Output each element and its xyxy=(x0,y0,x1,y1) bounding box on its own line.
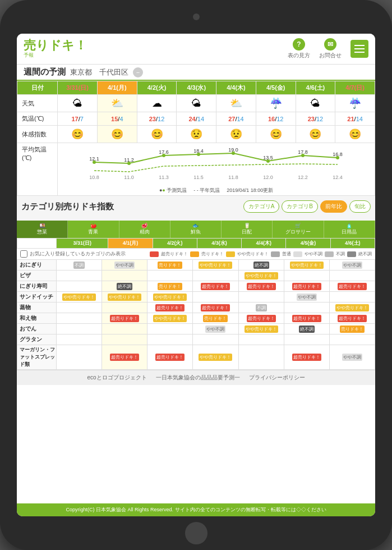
collapse-icon[interactable]: − xyxy=(133,67,143,77)
cell-onigiri-1: やや不調 xyxy=(102,260,147,271)
date-col-7: 4/7(日) xyxy=(335,81,375,95)
cell-oden-0 xyxy=(57,324,102,334)
cell-gratin-6 xyxy=(329,334,375,345)
breadcrumb-bar: 週間の予測 東京都 千代田区 − xyxy=(17,65,375,81)
date-col-4: 4/4(木) xyxy=(216,81,256,95)
tablet-home-button[interactable] xyxy=(185,522,207,544)
cat-tab-nippai[interactable]: 🥛日配 xyxy=(222,221,273,238)
weather-7: ☔ xyxy=(335,95,375,112)
feel-row: 体感指数 😊 😊 😊 😟 😟 😊 😊 😊 xyxy=(17,126,375,143)
feel-2: 😊 xyxy=(137,126,177,143)
item-label-mushimono: 蒸物 xyxy=(17,302,57,313)
cell-sandwich-6 xyxy=(329,292,375,302)
cell-gratin-1 xyxy=(102,334,147,345)
feel-1: 😊 xyxy=(97,126,137,143)
cat-tab-seuniku[interactable]: 🥩精肉 xyxy=(119,221,170,238)
date-col-5: 4/5(金) xyxy=(256,81,296,95)
footer-link-eco[interactable]: ecoとロゴプロジェクト xyxy=(87,374,146,382)
cell-nigiri-1: 絶不調 xyxy=(102,281,147,292)
svg-text:10.8: 10.8 xyxy=(89,175,99,180)
cell-margarine-6: やや不調 xyxy=(329,345,375,370)
cat-tab-grocery[interactable]: 🛒グロサリー xyxy=(273,221,324,238)
cell-margarine-1: 超売りドキ！ xyxy=(102,345,147,370)
main-content[interactable]: 日付 3/31(日) 4/1(月) 4/2(火) 4/3(水) 4/4(木) 4… xyxy=(17,81,375,503)
item-label-sandwich: サンドイッチ xyxy=(17,292,57,302)
cell-oden-4: やや売りドキ！ xyxy=(238,324,284,334)
cell-mushimono-0 xyxy=(57,302,102,313)
header: 売りドキ！ 予報 ? 表の見方 ✉ お問合せ xyxy=(17,34,375,65)
cell-pizza-0 xyxy=(57,271,102,281)
cell-mushimono-2: 超売りドキ！ xyxy=(147,302,193,313)
svg-text:17.6: 17.6 xyxy=(159,149,169,155)
help-icon: ? xyxy=(293,38,305,51)
cell-onigiri-3: やや売りドキ！ xyxy=(193,260,238,271)
cell-onigiri-2: 売りドキ！ xyxy=(147,260,193,271)
feel-5: 😊 xyxy=(256,126,296,143)
cat-btn-b[interactable]: カテゴリB xyxy=(282,200,318,213)
date-col-3: 4/3(水) xyxy=(177,81,216,95)
cell-nigiri-3: 超売りドキ！ xyxy=(193,281,238,292)
cell-gratin-0 xyxy=(57,334,102,345)
forecast-header-row: 日付 3/31(日) 4/1(月) 4/2(火) 4/3(水) 4/4(木) 4… xyxy=(17,81,375,95)
cell-aemono-4: 超売りドキ！ xyxy=(238,313,284,324)
category-section: カテゴリ別売りドキ指数 カテゴリA カテゴリB 前年比 旬比 xyxy=(17,196,375,221)
date-col-2: 4/2(火) xyxy=(137,81,177,95)
cat-btn-prev[interactable]: 前年比 xyxy=(320,200,347,213)
svg-text:11.5: 11.5 xyxy=(193,175,204,180)
cell-mushimono-4: 不調 xyxy=(238,302,284,313)
cell-margarine-3: やや売りドキ！ xyxy=(193,345,238,370)
weather-1: ⛅ xyxy=(97,95,137,112)
cell-margarine-5: 超売りドキ！ xyxy=(284,345,329,370)
temp-7: 21/14 xyxy=(335,112,375,126)
cell-gratin-5 xyxy=(284,334,329,345)
cat-btn-a[interactable]: カテゴリA xyxy=(243,200,280,213)
sell-table-wrap: 3/31(日) 4/1(月) 4/2(火) 4/3(水) 4/4(木) 4/5(… xyxy=(17,238,375,370)
legend-forecast: ●● 予測気温 xyxy=(159,187,187,194)
date-col-1: 4/1(月) xyxy=(97,81,137,95)
sell-row-onigiri: おにぎり 不調 やや不調 売りドキ！ やや売りドキ！ 絶不調 やや売りドキ！ や… xyxy=(17,260,375,271)
favorite-checkbox[interactable] xyxy=(20,250,27,258)
cat-tab-sengyo[interactable]: 🐟鮮魚 xyxy=(170,221,222,238)
cat-tab-nichiyohin[interactable]: 🧴日用品 xyxy=(324,221,375,238)
hamburger-button[interactable] xyxy=(351,40,368,58)
footer-links: ecoとロゴプロジェクト 一日本気象協会の品品品要予測一 プライバシーポリシー xyxy=(17,370,375,385)
footer-link-forecast[interactable]: 一日本気象協会の品品品要予測一 xyxy=(156,374,240,382)
nav-item-contact[interactable]: ✉ お問合せ xyxy=(319,38,342,59)
cell-onigiri-5: やや売りドキ！ xyxy=(284,260,329,271)
cell-mushimono-3: 超売りドキ！ xyxy=(193,302,238,313)
checkbox-label: お気に入り登録しているカテゴリのみ表示 xyxy=(30,250,126,258)
footer-copyright: Copyright(C) 日本気象協会 All Rights Reserved.… xyxy=(17,503,375,516)
cell-oden-5: 絶不調 xyxy=(284,324,329,334)
cell-gratin-2 xyxy=(147,334,193,345)
cell-sandwich-1: やや売りドキ！ xyxy=(102,292,147,302)
sell-row-mushimono: 蒸物 超売りドキ！ 超売りドキ！ 不調 やや売りドキ！ xyxy=(17,302,375,313)
hamburger-line-3 xyxy=(354,52,365,53)
weather-row: 天気 🌤 ⛅ ☁ 🌤 ⛅ ☔ 🌤 ☔ xyxy=(17,95,375,112)
cell-aemono-0 xyxy=(57,313,102,324)
cat-tab-seika[interactable]: 🍅青果 xyxy=(68,221,119,238)
cat-btn-season[interactable]: 旬比 xyxy=(349,200,371,213)
footer-link-privacy[interactable]: プライバシーポリシー xyxy=(249,374,305,382)
cell-gratin-3 xyxy=(193,334,238,345)
cat-tab-sozai[interactable]: 🍱惣菜 xyxy=(17,221,68,238)
temp-5: 16/12 xyxy=(256,112,296,126)
avg-temp-row: 平均気温(℃) xyxy=(17,143,375,196)
sell-row-nigiri: にぎり寿司 絶不調 売りドキ！ 超売りドキ！ 超売りドキ！ 超売りドキ！ 超売り… xyxy=(17,281,375,292)
breadcrumb-title: 週間の予測 xyxy=(24,67,66,77)
cell-oden-1 xyxy=(102,324,147,334)
cell-nigiri-0 xyxy=(57,281,102,292)
weather-3: 🌤 xyxy=(177,95,216,112)
temp-2: 23/12 xyxy=(137,112,177,126)
sell-date-row: 3/31(日) 4/1(月) 4/2(火) 4/3(水) 4/4(木) 4/5(… xyxy=(17,239,375,249)
sell-row-sandwich: サンドイッチ やや売りドキ！ やや売りドキ！ やや売りドキ！ やや不調 xyxy=(17,292,375,302)
copyright-text: Copyright(C) 日本気象協会 All Rights Reserved.… xyxy=(66,507,326,512)
breadcrumb-location: 東京都 千代田区 xyxy=(70,67,128,77)
avg-temp-label: 平均気温(℃) xyxy=(17,143,58,196)
svg-text:12.0: 12.0 xyxy=(263,175,273,180)
nav-item-help[interactable]: ? 表の見方 xyxy=(288,38,310,59)
logo-text: 売りドキ！ xyxy=(24,38,87,52)
feel-label: 体感指数 xyxy=(17,126,58,143)
sell-row-gratin: グラタン xyxy=(17,334,375,345)
feel-4: 😟 xyxy=(216,126,256,143)
cell-pizza-5 xyxy=(284,271,329,281)
